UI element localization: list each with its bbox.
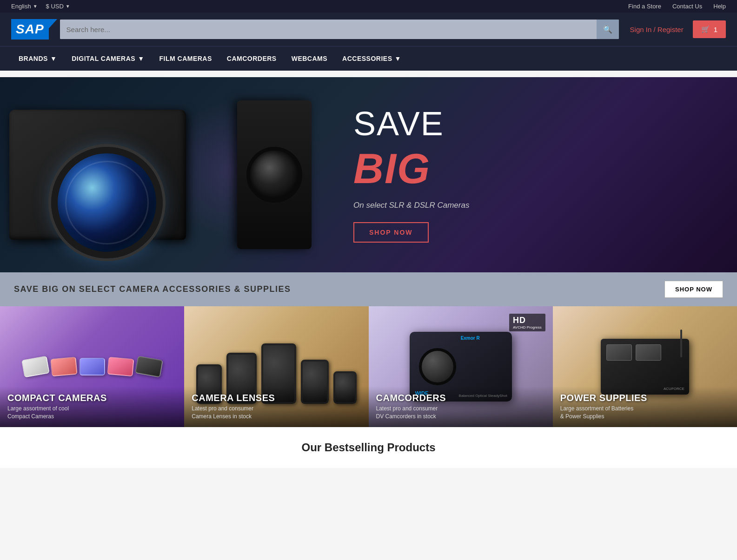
- category-camcorders[interactable]: Exmor R Balanced Optical SteadyShot WIDE…: [369, 306, 553, 427]
- find-store-link[interactable]: Find a Store: [628, 3, 661, 10]
- cable: [680, 329, 682, 357]
- category-power-supplies[interactable]: ACUFORCE POWER SUPPLIES Large assortment…: [553, 306, 737, 427]
- camcorder-lens: [419, 348, 456, 385]
- nav-accessories-label: ACCESSORIES: [342, 55, 392, 62]
- cat-camcorders-desc: Latest pro and consumerDV Camcorders in …: [376, 405, 545, 421]
- hd-badge: HD AVCHD Progress: [509, 314, 545, 331]
- hero-big-text: BIG: [353, 148, 431, 190]
- cat-compact-title: COMPACT CAMERAS: [7, 393, 177, 403]
- nav-item-accessories[interactable]: ACCESSORIES ▼: [335, 46, 409, 71]
- cat-power-overlay: POWER SUPPLIES Large assortment of Batte…: [553, 386, 737, 427]
- category-compact-cameras[interactable]: COMPACT CAMERAS Large assortment of cool…: [0, 306, 184, 427]
- compact-cam-4: [107, 357, 134, 377]
- nav-digital-cameras-label: DIGITAL CAMERAS: [72, 55, 135, 62]
- search-input[interactable]: [60, 20, 597, 39]
- help-link[interactable]: Help: [713, 3, 726, 10]
- nav-camcorders-label: CAMCORDERS: [227, 55, 277, 62]
- nav-brands-label: BRANDS: [19, 55, 48, 62]
- top-bar-right: Find a Store Contact Us Help: [628, 3, 726, 10]
- spacer: [0, 71, 737, 77]
- cat-lenses-desc: Latest pro and consumerCamera Lenses in …: [192, 405, 361, 421]
- search-bar: 🔍: [60, 20, 619, 39]
- currency-chevron: ▼: [66, 4, 70, 9]
- hd-text: HD: [513, 316, 542, 325]
- nav-accessories-chevron: ▼: [395, 55, 401, 62]
- search-icon: 🔍: [603, 26, 612, 33]
- compact-cam-5: [135, 356, 163, 378]
- cat-compact-overlay: COMPACT CAMERAS Large assortment of cool…: [0, 386, 184, 427]
- side-lens-inner: [246, 147, 302, 203]
- logo[interactable]: SAP: [11, 19, 49, 40]
- nav-item-webcams[interactable]: WEBCAMS: [284, 46, 335, 71]
- bestselling-section: Our Bestselling Products: [0, 427, 737, 468]
- nav-film-cameras-label: FILM CAMERAS: [159, 55, 212, 62]
- logo-triangle: [49, 19, 57, 28]
- cart-icon: 🛒: [701, 25, 710, 33]
- top-bar-left: English ▼ $ USD ▼: [11, 3, 70, 10]
- camera-body: [9, 110, 186, 240]
- main-lens: [51, 147, 163, 258]
- hero-camera-visual: [0, 77, 325, 272]
- compact-cameras-visual: [13, 349, 171, 385]
- header: SAP 🔍 Sign In / Register 🛒 1: [0, 13, 737, 46]
- side-lens: [237, 100, 312, 249]
- nav-webcams-label: WEBCAMS: [292, 55, 327, 62]
- cart-button[interactable]: 🛒 1: [693, 20, 726, 38]
- compact-cam-3: [80, 358, 105, 376]
- charger-slot-2: [636, 344, 661, 361]
- accessories-banner: SAVE BIG ON SELECT CAMERA ACCESSORIES & …: [0, 272, 737, 306]
- compact-cam-2: [50, 357, 77, 377]
- charger-slots: [601, 339, 689, 366]
- cat-camcorders-title: CAMCORDERS: [376, 393, 545, 403]
- contact-us-link[interactable]: Contact Us: [672, 3, 702, 10]
- hero-text-area: SAVE BIG On select SLR & DSLR Cameras SH…: [325, 88, 737, 261]
- hero-subtitle: On select SLR & DSLR Cameras: [353, 201, 469, 210]
- hero-shop-button[interactable]: SHOP NOW: [353, 222, 429, 243]
- category-grid: COMPACT CAMERAS Large assortment of cool…: [0, 306, 737, 427]
- compact-cam-1: [21, 356, 50, 378]
- currency-label: $ USD: [46, 3, 64, 10]
- nav-item-film-cameras[interactable]: FILM CAMERAS: [152, 46, 219, 71]
- nav-bar: BRANDS ▼ DIGITAL CAMERAS ▼ FILM CAMERAS …: [0, 46, 737, 71]
- top-bar: English ▼ $ USD ▼ Find a Store Contact U…: [0, 0, 737, 13]
- bestselling-title: Our Bestselling Products: [11, 441, 726, 454]
- header-right: Sign In / Register 🛒 1: [630, 20, 726, 38]
- hero-save-text: SAVE: [353, 107, 444, 140]
- cat-power-title: POWER SUPPLIES: [560, 393, 730, 403]
- currency-selector[interactable]: $ USD ▼: [46, 3, 70, 10]
- language-selector[interactable]: English ▼: [11, 3, 38, 10]
- avchd-text: AVCHD Progress: [513, 325, 542, 329]
- cat-power-desc: Large assortment of Batteries& Power Sup…: [560, 405, 730, 421]
- language-chevron: ▼: [33, 4, 38, 9]
- charger-slot-1: [606, 344, 632, 361]
- nav-digital-cameras-chevron: ▼: [138, 55, 144, 62]
- sign-in-link[interactable]: Sign In / Register: [630, 26, 684, 33]
- category-camera-lenses[interactable]: CAMERA LENSES Latest pro and consumerCam…: [184, 306, 368, 427]
- hero-banner: SAVE BIG On select SLR & DSLR Cameras SH…: [0, 77, 737, 272]
- camcorder-text: Exmor R: [461, 336, 480, 341]
- language-label: English: [11, 3, 31, 10]
- cat-lenses-title: CAMERA LENSES: [192, 393, 361, 403]
- search-button[interactable]: 🔍: [597, 20, 619, 39]
- cat-lenses-overlay: CAMERA LENSES Latest pro and consumerCam…: [184, 386, 368, 427]
- lens-ring1: [65, 161, 149, 244]
- nav-item-camcorders[interactable]: CAMCORDERS: [219, 46, 284, 71]
- accessories-shop-button[interactable]: SHOP NOW: [664, 281, 723, 298]
- nav-item-brands[interactable]: BRANDS ▼: [11, 46, 64, 71]
- accessories-banner-text: SAVE BIG ON SELECT CAMERA ACCESSORIES & …: [14, 284, 291, 294]
- cat-compact-desc: Large assortment of coolCompact Cameras: [7, 405, 177, 421]
- cart-count: 1: [714, 26, 717, 33]
- nav-brands-chevron: ▼: [50, 55, 57, 62]
- cat-camcorders-overlay: CAMCORDERS Latest pro and consumerDV Cam…: [369, 386, 553, 427]
- logo-text: SAP: [16, 22, 44, 37]
- nav-item-digital-cameras[interactable]: DIGITAL CAMERAS ▼: [64, 46, 152, 71]
